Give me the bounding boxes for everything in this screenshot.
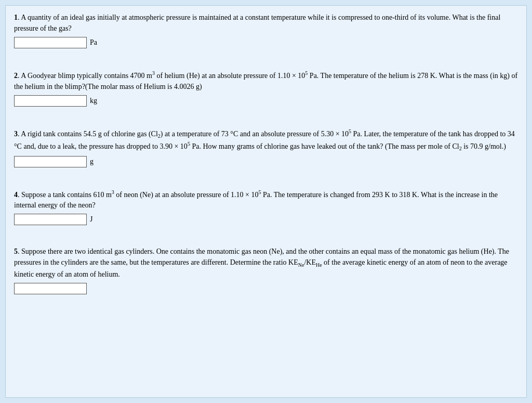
question-number-1: 1 (14, 14, 18, 21)
answer-row-4: J (14, 214, 518, 225)
main-container: 1. A quantity of an ideal gas initially … (5, 5, 527, 398)
answer-row-2: kg (14, 95, 518, 107)
question-block-2: 2. A Goodyear blimp typically contains 4… (14, 69, 518, 112)
answer-input-1[interactable] (14, 37, 87, 48)
answer-input-3[interactable] (14, 156, 87, 167)
question-block-3: 3. A rigid tank contains 54.5 g of chlor… (14, 127, 518, 173)
answer-row-5 (14, 283, 518, 294)
answer-input-5[interactable] (14, 283, 87, 294)
question-text-3: 3. A rigid tank contains 54.5 g of chlor… (14, 127, 518, 153)
unit-label-3: g (90, 158, 94, 166)
question-text-1: 1. A quantity of an ideal gas initially … (14, 12, 518, 34)
answer-row-3: g (14, 156, 518, 167)
unit-label-2: kg (90, 97, 97, 105)
question-text-5: 5. Suppose there are two identical gas c… (14, 246, 518, 280)
question-number-4: 4 (14, 190, 18, 198)
question-text-2: 2. A Goodyear blimp typically contains 4… (14, 69, 518, 92)
question-number-5: 5 (14, 248, 18, 255)
question-text-4: 4. Suppose a tank contains 610 m3 of neo… (14, 188, 518, 211)
unit-label-4: J (90, 215, 92, 224)
question-number-2: 2 (14, 72, 18, 80)
question-number-3: 3 (14, 129, 18, 137)
question-block-4: 4. Suppose a tank contains 610 m3 of neo… (14, 188, 518, 231)
question-block-1: 1. A quantity of an ideal gas initially … (14, 12, 518, 54)
answer-input-2[interactable] (14, 95, 87, 107)
answer-input-4[interactable] (14, 214, 87, 225)
answer-row-1: Pa (14, 37, 518, 48)
question-block-5: 5. Suppose there are two identical gas c… (14, 246, 518, 300)
unit-label-1: Pa (90, 38, 97, 47)
